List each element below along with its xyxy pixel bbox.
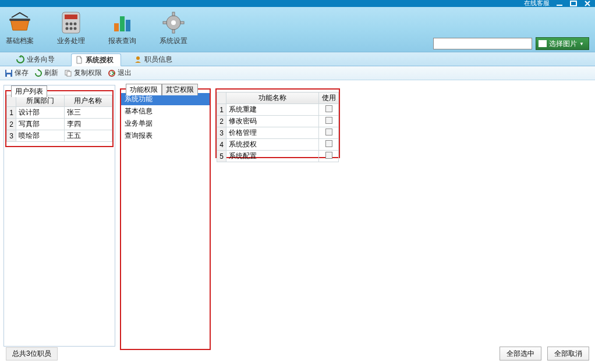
svg-point-15 (171, 20, 176, 25)
checkbox[interactable] (325, 105, 332, 112)
deselect-all-button[interactable]: 全部取消 (547, 347, 589, 361)
select-all-button[interactable]: 全部选中 (500, 347, 541, 361)
maximize-button[interactable] (569, 0, 578, 7)
toolbar-label: 复制权限 (74, 68, 102, 78)
ribbon-label: 基础档案 (6, 36, 34, 46)
save-icon (5, 69, 13, 77)
perm-list: 系统功能 基本信息 业务单据 查询报表 (121, 93, 210, 142)
checkbox[interactable] (325, 117, 332, 124)
user-list-tab[interactable]: 用户列表 (11, 85, 47, 97)
svg-rect-23 (7, 74, 10, 77)
table-row[interactable]: 3价格管理 (217, 127, 339, 139)
footer: 总共3位职员 全部选中 全部取消 (6, 347, 589, 361)
table-row[interactable]: 5系统配置 (217, 151, 339, 162)
copy-icon (64, 69, 72, 77)
image-icon (539, 40, 547, 47)
svg-rect-0 (557, 5, 562, 6)
tab-label: 业务向导 (27, 55, 55, 65)
chevron-down-icon: ▼ (579, 41, 584, 47)
tab-func-perm[interactable]: 功能权限 (126, 84, 162, 95)
col-name[interactable]: 用户名称 (64, 95, 112, 107)
tab-staff-info[interactable]: 职员信息 (130, 53, 179, 66)
table-row[interactable]: 1设计部张三 (7, 107, 112, 119)
exit-icon (108, 69, 116, 77)
svg-rect-13 (126, 20, 130, 31)
col-func-name[interactable]: 功能名称 (226, 92, 319, 104)
svg-point-5 (66, 23, 69, 26)
ribbon-report-query[interactable]: 报表查询 (108, 9, 136, 46)
svg-rect-11 (114, 23, 119, 31)
function-panel: 功能名称 使用 1系统重建 2修改密码 3价格管理 4系统授权 5系统配置 (215, 88, 340, 158)
tab-other-perm[interactable]: 其它权限 (162, 84, 198, 95)
ribbon-basic-archive[interactable]: 基础档案 (6, 9, 34, 46)
col-use[interactable]: 使用 (319, 92, 339, 104)
svg-rect-2 (9, 19, 30, 21)
exit-button[interactable]: 退出 (108, 68, 132, 78)
table-row[interactable]: 4系统授权 (217, 139, 339, 151)
ribbon: 基础档案 业务处理 报表查询 系统设置 选择图片 ▼ (0, 7, 595, 52)
table-row[interactable]: 1系统重建 (217, 104, 339, 116)
ribbon-system-settings[interactable]: 系统设置 (160, 9, 187, 46)
minimize-button[interactable] (555, 0, 564, 7)
svg-rect-16 (172, 12, 175, 16)
user-list-panel: 用户列表 所属部门 用户名称 1设计部张三 2写真部李四 3喷绘部王五 (5, 90, 114, 147)
table-row[interactable]: 2修改密码 (217, 116, 339, 127)
recycle-icon (16, 55, 24, 63)
svg-rect-25 (67, 72, 71, 76)
svg-rect-4 (65, 15, 77, 19)
checkbox[interactable] (325, 140, 332, 147)
svg-rect-22 (6, 70, 11, 73)
permission-panel: 功能权限 其它权限 系统功能 基本信息 业务单据 查询报表 (120, 88, 211, 350)
toolbar-label: 保存 (15, 68, 29, 78)
toolbar: 保存 刷新 复制权限 退出 (0, 66, 595, 80)
ribbon-label: 业务处理 (57, 36, 85, 46)
toolbar-label: 退出 (118, 68, 132, 78)
toolbar-label: 刷新 (44, 68, 58, 78)
document-icon (75, 56, 83, 64)
calculator-icon (57, 10, 85, 35)
refresh-button[interactable]: 刷新 (34, 68, 58, 78)
chart-icon (108, 10, 136, 35)
select-image-label: 选择图片 (549, 39, 577, 49)
tab-label: 职员信息 (144, 55, 172, 65)
checkbox[interactable] (325, 152, 332, 159)
table-row[interactable]: 2写真部李四 (7, 119, 112, 130)
svg-point-10 (74, 27, 77, 30)
tab-system-auth[interactable]: 系统授权 (71, 53, 121, 66)
status-text: 总共3位职员 (6, 347, 58, 361)
refresh-icon (34, 69, 42, 77)
checkbox[interactable] (325, 129, 332, 135)
user-icon (134, 55, 142, 63)
svg-rect-17 (172, 30, 175, 33)
search-input[interactable] (433, 38, 532, 49)
main-area: 用户列表 所属部门 用户名称 1设计部张三 2写真部李四 3喷绘部王五 功能权限… (0, 80, 595, 350)
copy-perm-button[interactable]: 复制权限 (64, 68, 102, 78)
tab-row: 业务向导 系统授权 职员信息 (0, 52, 595, 66)
user-list-container: 用户列表 所属部门 用户名称 1设计部张三 2写真部李四 3喷绘部王五 (3, 85, 115, 347)
titlebar: 在线客服 (0, 0, 595, 7)
svg-point-7 (74, 23, 77, 26)
svg-rect-18 (163, 22, 167, 24)
row-header-blank (217, 92, 226, 104)
func-table: 功能名称 使用 1系统重建 2修改密码 3价格管理 4系统授权 5系统配置 (217, 92, 339, 162)
perm-item-basic[interactable]: 基本信息 (121, 105, 210, 117)
ribbon-label: 报表查询 (108, 36, 136, 46)
svg-point-20 (136, 56, 140, 60)
perm-item-report[interactable]: 查询报表 (121, 130, 210, 142)
tab-label: 系统授权 (86, 55, 114, 65)
svg-point-8 (66, 27, 69, 30)
save-button[interactable]: 保存 (5, 68, 29, 78)
tab-business-guide[interactable]: 业务向导 (13, 53, 62, 66)
close-button[interactable] (583, 0, 592, 7)
ribbon-label: 系统设置 (160, 36, 187, 46)
ribbon-business-process[interactable]: 业务处理 (57, 9, 85, 46)
perm-item-business[interactable]: 业务单据 (121, 117, 210, 130)
svg-point-9 (70, 27, 73, 30)
user-table: 所属部门 用户名称 1设计部张三 2写真部李四 3喷绘部王五 (6, 95, 112, 142)
table-row[interactable]: 3喷绘部王五 (7, 130, 112, 142)
basket-icon (6, 10, 34, 35)
svg-rect-19 (180, 22, 184, 24)
select-image-button[interactable]: 选择图片 ▼ (536, 37, 589, 50)
svg-rect-12 (120, 16, 125, 31)
svg-rect-1 (571, 1, 576, 6)
